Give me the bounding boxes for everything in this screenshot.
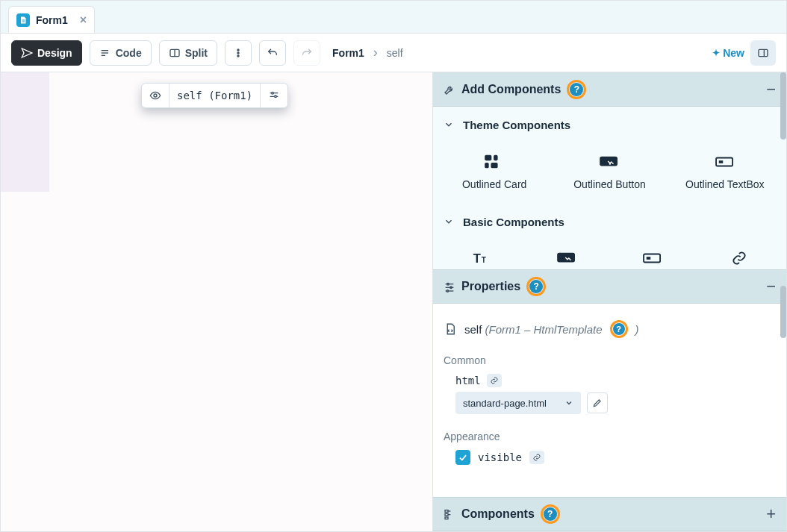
component-link[interactable]: [700, 250, 779, 266]
add-components-header[interactable]: Add Components ? −: [433, 72, 786, 107]
group-common: Common: [444, 354, 776, 366]
panel-toggle-button[interactable]: [750, 40, 776, 66]
scrollbar[interactable]: [780, 72, 786, 140]
new-button[interactable]: ✦ New: [712, 47, 744, 59]
toolbar: Design Code Split Form1 › self ✦ New: [1, 34, 786, 72]
edit-button[interactable]: [587, 392, 608, 413]
tree-icon: [444, 508, 455, 520]
more-menu-button[interactable]: [225, 40, 252, 66]
undo-button[interactable]: [259, 40, 286, 66]
button-icon: [555, 250, 579, 266]
design-label: Design: [37, 47, 72, 59]
properties-body: self (Form1 – HtmlTemplate ? ) Common ht…: [433, 304, 786, 478]
components-header[interactable]: Components ? +: [433, 497, 786, 531]
breadcrumb-self[interactable]: self: [387, 47, 403, 59]
textbox-icon: [713, 153, 737, 171]
component-button[interactable]: [527, 250, 606, 266]
component-label: Outlined Button: [573, 178, 646, 190]
redo-button[interactable]: [293, 40, 320, 66]
svg-rect-10: [759, 49, 768, 56]
svg-point-9: [237, 54, 239, 56]
text-icon: TT: [468, 250, 492, 266]
collapse-icon[interactable]: −: [766, 278, 776, 295]
svg-rect-1: [22, 21, 25, 22]
split-button[interactable]: Split: [159, 40, 217, 66]
theme-components-toggle[interactable]: Theme Components: [433, 107, 786, 143]
component-label: Outlined TextBox: [685, 178, 765, 190]
svg-text:T: T: [482, 256, 487, 264]
tab-title: Form1: [36, 14, 68, 26]
svg-rect-37: [445, 510, 448, 513]
svg-point-16: [275, 96, 277, 98]
html-value-select[interactable]: standard-page.html: [455, 392, 581, 414]
svg-rect-20: [485, 163, 489, 168]
form-icon: [16, 13, 30, 27]
help-button[interactable]: ?: [610, 320, 628, 338]
expand-icon[interactable]: +: [766, 506, 776, 522]
binding-icon[interactable]: [529, 451, 544, 464]
textbox-icon: [641, 250, 665, 266]
selection-label[interactable]: self (Form1): [169, 84, 260, 107]
tab-form1[interactable]: Form1 ×: [8, 6, 95, 33]
scrollbar[interactable]: [780, 286, 786, 338]
basic-components-grid: TT: [433, 240, 786, 269]
svg-rect-38: [445, 513, 448, 516]
component-outlined-card[interactable]: Outlined Card: [441, 153, 548, 190]
binding-icon[interactable]: [487, 374, 502, 387]
settings-button[interactable]: [260, 84, 287, 107]
help-button[interactable]: ?: [567, 80, 586, 99]
svg-point-7: [237, 48, 239, 50]
sparkle-icon: ✦: [712, 48, 720, 58]
prop-label: visible: [478, 451, 522, 463]
section-title: Components: [461, 507, 535, 521]
group-appearance: Appearance: [444, 431, 776, 442]
svg-point-12: [154, 94, 157, 97]
theme-components-grid: Outlined Card Outlined Button Outlined T…: [433, 143, 786, 204]
basic-components-toggle[interactable]: Basic Components: [433, 204, 786, 240]
section-title: Add Components: [461, 83, 561, 96]
selected-element-id: self (Form1 – HtmlTemplate ? ): [444, 313, 776, 348]
dropdown-value: standard-page.html: [463, 398, 547, 409]
svg-point-23: [609, 163, 611, 165]
svg-rect-18: [485, 155, 491, 160]
svg-rect-24: [716, 158, 732, 166]
collapse-icon[interactable]: −: [766, 81, 776, 98]
split-label: Split: [185, 47, 208, 59]
svg-rect-29: [644, 254, 660, 263]
svg-rect-39: [445, 517, 448, 519]
wrench-icon: [444, 84, 455, 96]
main: self (Form1) Add Components ? − Theme Co…: [1, 72, 786, 531]
code-button[interactable]: Code: [90, 40, 152, 66]
component-outlined-button[interactable]: Outlined Button: [556, 153, 663, 190]
svg-rect-19: [494, 155, 498, 160]
button-icon: [597, 153, 621, 171]
canvas-decoration: [1, 72, 49, 192]
link-icon: [727, 250, 751, 266]
close-icon[interactable]: ×: [80, 14, 87, 26]
selection-toolbar: self (Form1): [141, 83, 288, 108]
svg-rect-30: [647, 257, 651, 260]
design-canvas[interactable]: self (Form1): [1, 72, 432, 531]
breadcrumb: Form1 › self: [332, 45, 403, 60]
help-button[interactable]: ?: [526, 277, 546, 296]
component-textbox[interactable]: [614, 250, 693, 266]
app-root: Form1 × Design Code Split Form1 › se: [0, 0, 787, 532]
breadcrumb-form1[interactable]: Form1: [332, 47, 364, 59]
new-label: New: [723, 47, 744, 59]
visible-checkbox[interactable]: [455, 450, 470, 465]
chevron-down-icon: [564, 398, 573, 407]
component-text[interactable]: TT: [441, 250, 520, 266]
chevron-down-icon: [444, 119, 454, 130]
preview-button[interactable]: [142, 84, 169, 107]
properties-header[interactable]: Properties ? −: [433, 269, 786, 304]
tab-bar: Form1 ×: [1, 1, 786, 34]
element-type-close: ): [635, 323, 639, 336]
design-button[interactable]: Design: [11, 40, 82, 66]
help-button[interactable]: ?: [541, 504, 560, 524]
prop-html-row: html: [455, 374, 776, 387]
html-dropdown: standard-page.html: [455, 392, 776, 414]
card-icon: [482, 153, 506, 171]
component-outlined-textbox[interactable]: Outlined TextBox: [671, 153, 779, 190]
sliders-icon: [444, 281, 455, 292]
element-name: self: [464, 323, 482, 336]
